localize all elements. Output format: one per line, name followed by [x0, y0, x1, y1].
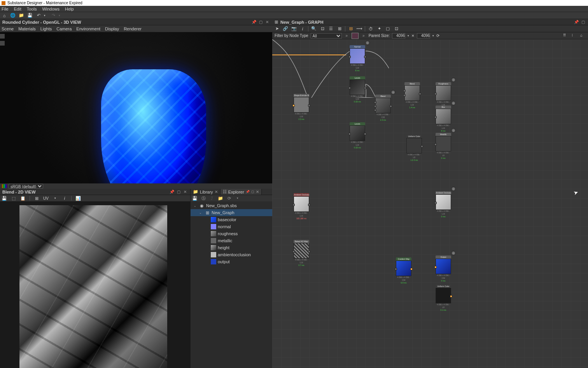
home-graph-icon[interactable]: ⌂	[580, 33, 586, 39]
parent-width-input[interactable]	[392, 33, 405, 39]
graph-node-blend[interactable]: Blend 4 096 x 4 096 - L16 1.4 ms	[404, 82, 420, 109]
node-pin-icon[interactable]: ◎	[451, 77, 456, 82]
globe-icon[interactable]: 🌐	[10, 13, 16, 18]
close-icon[interactable]: ✕	[256, 190, 259, 194]
refresh-icon[interactable]: ⟳	[226, 195, 232, 201]
redo-icon[interactable]: ↷	[51, 13, 56, 18]
maximize-icon[interactable]: ▢	[258, 19, 263, 25]
tree-output-height[interactable]: height	[191, 244, 272, 251]
crop-icon[interactable]: ⊡	[393, 26, 399, 32]
maximize-icon[interactable]: ▢	[176, 189, 181, 195]
graph-node-uniform-color[interactable]: Uniform Color 4 096 x 4 096 - L8 1.2.3 m…	[406, 135, 422, 162]
frame-icon[interactable]: ▢	[385, 26, 391, 32]
align-grid-icon[interactable]: ⊞	[336, 26, 343, 32]
tab-library[interactable]: 📁 Library ✕	[191, 189, 220, 195]
pin-icon[interactable]: 📌	[251, 19, 257, 25]
node-pin-icon[interactable]: ◎	[451, 251, 456, 255]
menu-edit[interactable]: Edit	[14, 7, 21, 11]
preview-thumbnail[interactable]	[352, 33, 359, 39]
chevron-right-icon[interactable]: »	[344, 33, 350, 38]
substance-icon[interactable]: Ⓢ	[201, 195, 206, 201]
folder-link-icon[interactable]: 📁	[218, 195, 223, 201]
node-pin-icon[interactable]: ◎	[451, 101, 456, 106]
tree-output-roughness[interactable]: roughness	[191, 230, 272, 237]
graph-canvas[interactable]: ◎ Normal 4 096 x 4 096 - L16 8 ms Levels…	[272, 39, 588, 368]
tree-output-metallic[interactable]: metallic	[191, 237, 272, 244]
3d-menu-materials[interactable]: Materials	[18, 26, 36, 31]
graph-node-blend2[interactable]: ◎ Blend 4 096 x 4 096 - C32 2.3 ms	[375, 95, 391, 121]
undo-dropdown-icon[interactable]: ▾	[42, 13, 47, 18]
3d-viewport[interactable]	[0, 32, 272, 183]
3d-menu-camera[interactable]: Camera	[56, 26, 72, 31]
pin-icon[interactable]: 📌	[574, 19, 579, 25]
node-pin-icon[interactable]: ◎	[451, 128, 456, 133]
export-icon[interactable]: ⤴	[209, 195, 215, 201]
align-h-icon[interactable]: ☰	[328, 26, 334, 32]
graph-node-gradient-map[interactable]: Gradient Map 4 096 x 4 096 - C32 6.9 ms	[396, 257, 411, 284]
graph-node-levels2[interactable]: Levels 4 096 x 4 096 - L16 0.33 ms	[350, 122, 365, 149]
filter-select[interactable]: All	[311, 33, 342, 39]
histogram-icon[interactable]: 📊	[75, 195, 81, 201]
menu-help[interactable]: Help	[65, 7, 74, 11]
pin-icon[interactable]: 📌	[169, 189, 175, 195]
menu-file[interactable]: File	[2, 7, 9, 11]
refresh-size-icon[interactable]: ⟳	[436, 33, 439, 38]
parent-height-input[interactable]	[417, 33, 430, 39]
graph-node-uniform2[interactable]: Uniform Color 4 096 x 4 096 - L8 0.1 ms	[436, 285, 451, 312]
3d-menu-lights[interactable]: Lights	[40, 26, 52, 31]
highlight-icon[interactable]: ⊟	[348, 26, 354, 32]
chevron-down-icon[interactable]: ⌄	[194, 204, 198, 208]
graph-node-roughness[interactable]: ◎ Roughness 4 096 x 4 096 - L16 0 ms	[436, 82, 451, 109]
home-icon[interactable]: ⌂	[2, 13, 7, 18]
tree-output-normal[interactable]: normal	[191, 223, 272, 230]
fit-icon[interactable]: ⊡	[319, 26, 326, 32]
graph-node-ao-output[interactable]: ◎ Ambient Occlusion 4 096 x 4 096 - L16 …	[436, 191, 451, 218]
flow-icon[interactable]: ⟿	[356, 26, 362, 32]
tree-output-output[interactable]: output	[191, 258, 272, 265]
graph-node-blur[interactable]: ◎ Blur 4 096 x 4 096 - L16 8 ms	[436, 106, 451, 132]
copy-2d-icon[interactable]: 📋	[20, 195, 26, 201]
tab-explorer[interactable]: ☷ Explorer 📌 ▢ ✕	[220, 189, 262, 195]
uv-dropdown-icon[interactable]: ▾	[52, 195, 58, 201]
refresh-dropdown-icon[interactable]: ▾	[235, 195, 240, 201]
light-icon[interactable]	[0, 41, 5, 46]
tree-output-basecolor[interactable]: basecolor	[191, 216, 272, 223]
3d-menu-renderer[interactable]: Renderer	[124, 26, 142, 31]
2d-viewport[interactable]	[0, 201, 190, 368]
node-pin-icon[interactable]: ◎	[451, 187, 456, 191]
maximize-icon[interactable]: ▢	[251, 190, 254, 194]
graph-node-normal[interactable]: ◎ Normal 4 096 x 4 096 - L16 8 ms	[350, 45, 365, 72]
split-icon[interactable]: ⊞	[34, 195, 39, 201]
menu-windows[interactable]: Windows	[42, 7, 60, 11]
chevron-down-icon[interactable]: ⌄	[199, 211, 203, 215]
open-icon[interactable]: 📁	[19, 13, 24, 18]
save-icon[interactable]: 💾	[192, 195, 198, 201]
arrow-tool-icon[interactable]: ➤	[274, 26, 280, 32]
node-pin-icon[interactable]: ◎	[391, 90, 396, 95]
tree-graph[interactable]: ⌄ ⊞ New_Graph	[191, 209, 272, 216]
3d-menu-display[interactable]: Display	[105, 26, 119, 31]
info-icon[interactable]: i	[299, 26, 306, 32]
save-2d-icon[interactable]: 💾	[2, 195, 7, 201]
graph-node-output[interactable]: ◎ Output 4 096 x 4 096 - C32 0 ms	[436, 255, 451, 282]
3d-menu-scene[interactable]: Scene	[2, 26, 14, 31]
menu-tools[interactable]: Tools	[27, 7, 37, 11]
clean-icon[interactable]: ✦	[376, 26, 382, 32]
graph-node-metallic[interactable]: ◎ Metallic 4 096 x 4 096 - L8 0 ms	[436, 133, 451, 160]
graph-node-shape-extrude[interactable]: Shape Extrude Multi 4 096 x 4 096 - L16 …	[294, 94, 309, 121]
redo-dropdown-icon[interactable]: ▾	[57, 13, 62, 18]
graph-node-levels[interactable]: Levels 4 096 x 4 096 - L16 0.33 ms	[350, 76, 365, 103]
dots-icon[interactable]: ⠿	[563, 33, 569, 39]
graph-node-ao-hbao[interactable]: Ambient Occlusion (H... 4 096 x 4 096 - …	[294, 193, 309, 220]
camera-icon[interactable]	[0, 34, 5, 39]
graph-node-baked-ao[interactable]: Baked AO Map 4 096 x 4 096 - L16 0.7 ms	[294, 240, 309, 267]
colorspace-select[interactable]: sRGB (default)	[9, 184, 43, 188]
close-icon[interactable]: ✕	[215, 190, 218, 194]
maximize-icon[interactable]: ▢	[580, 19, 586, 25]
dropdown-icon[interactable]: ▾	[432, 34, 434, 37]
tree-output-ao[interactable]: ambientocclusion	[191, 251, 272, 258]
snapshot-icon[interactable]: 📷	[291, 26, 297, 32]
save-icon[interactable]: 💾	[27, 13, 33, 18]
settings-icon[interactable]: ⁝	[572, 33, 577, 39]
3d-menu-environment[interactable]: Environment	[76, 26, 100, 31]
